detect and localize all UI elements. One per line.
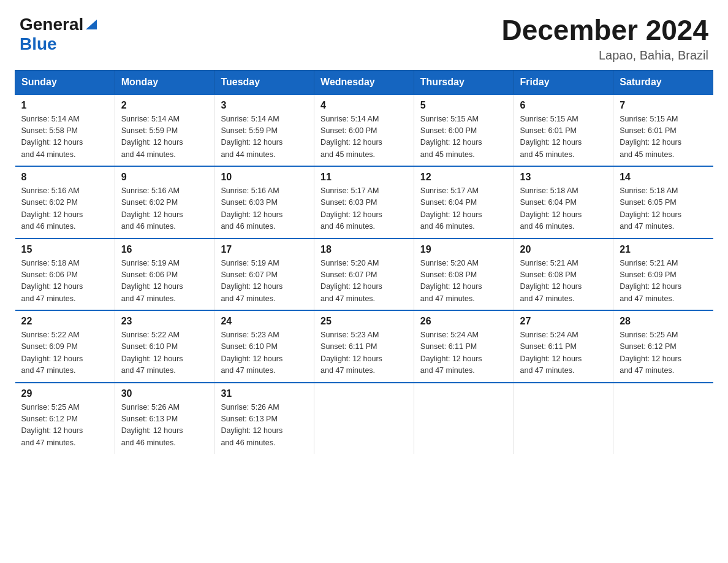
calendar-header-row: Sunday Monday Tuesday Wednesday Thursday… [15,70,713,94]
day-info: Sunrise: 5:21 AM Sunset: 6:09 PM Dayligh… [620,258,707,305]
header-friday: Friday [514,70,613,94]
day-info: Sunrise: 5:17 AM Sunset: 6:04 PM Dayligh… [420,185,507,233]
day-info: Sunrise: 5:25 AM Sunset: 6:12 PM Dayligh… [21,402,108,450]
logo-blue-text: Blue [20,34,57,53]
day-number: 7 [620,100,707,111]
day-number: 28 [620,316,707,327]
day-info: Sunrise: 5:18 AM Sunset: 6:04 PM Dayligh… [520,185,607,233]
day-number: 20 [520,244,607,255]
day-info: Sunrise: 5:24 AM Sunset: 6:11 PM Dayligh… [520,329,607,377]
day-info: Sunrise: 5:25 AM Sunset: 6:12 PM Dayligh… [620,329,707,377]
day-number: 26 [420,316,507,327]
day-info: Sunrise: 5:18 AM Sunset: 6:06 PM Dayligh… [21,258,108,305]
calendar-day-cell: 11 Sunrise: 5:17 AM Sunset: 6:03 PM Dayl… [314,166,414,239]
calendar-day-cell: 30 Sunrise: 5:26 AM Sunset: 6:13 PM Dayl… [115,383,214,454]
calendar-container: Sunday Monday Tuesday Wednesday Thursday… [0,70,728,469]
calendar-day-cell: 10 Sunrise: 5:16 AM Sunset: 6:03 PM Dayl… [214,166,314,239]
day-number: 22 [21,316,108,327]
day-number: 24 [221,316,308,327]
day-info: Sunrise: 5:21 AM Sunset: 6:08 PM Dayligh… [520,258,607,305]
day-number: 15 [21,244,108,255]
day-info: Sunrise: 5:20 AM Sunset: 6:08 PM Dayligh… [420,258,507,305]
calendar-day-cell: 16 Sunrise: 5:19 AM Sunset: 6:06 PM Dayl… [115,239,214,311]
day-info: Sunrise: 5:22 AM Sunset: 6:09 PM Dayligh… [21,329,108,377]
calendar-day-cell: 9 Sunrise: 5:16 AM Sunset: 6:02 PM Dayli… [115,166,214,239]
day-info: Sunrise: 5:23 AM Sunset: 6:11 PM Dayligh… [320,329,408,377]
calendar-day-cell: 25 Sunrise: 5:23 AM Sunset: 6:11 PM Dayl… [314,310,414,383]
day-number: 25 [320,316,408,327]
calendar-day-cell: 5 Sunrise: 5:15 AM Sunset: 6:00 PM Dayli… [414,94,514,167]
calendar-day-cell: 23 Sunrise: 5:22 AM Sunset: 6:10 PM Dayl… [115,310,214,383]
calendar-week-row: 22 Sunrise: 5:22 AM Sunset: 6:09 PM Dayl… [15,310,713,383]
calendar-week-row: 15 Sunrise: 5:18 AM Sunset: 6:06 PM Dayl… [15,239,713,311]
day-number: 1 [21,100,108,111]
calendar-day-cell: 28 Sunrise: 5:25 AM Sunset: 6:12 PM Dayl… [613,310,713,383]
calendar-day-cell [314,383,414,454]
day-number: 10 [221,172,308,183]
day-info: Sunrise: 5:26 AM Sunset: 6:13 PM Dayligh… [121,402,208,450]
day-info: Sunrise: 5:23 AM Sunset: 6:10 PM Dayligh… [221,329,308,377]
calendar-day-cell: 26 Sunrise: 5:24 AM Sunset: 6:11 PM Dayl… [414,310,514,383]
calendar-day-cell: 18 Sunrise: 5:20 AM Sunset: 6:07 PM Dayl… [314,239,414,311]
day-number: 13 [520,172,607,183]
calendar-day-cell: 21 Sunrise: 5:21 AM Sunset: 6:09 PM Dayl… [613,239,713,311]
logo-general-text: General [20,15,83,34]
header-tuesday: Tuesday [214,70,314,94]
day-number: 6 [520,100,607,111]
calendar-week-row: 8 Sunrise: 5:16 AM Sunset: 6:02 PM Dayli… [15,166,713,239]
day-info: Sunrise: 5:15 AM Sunset: 6:01 PM Dayligh… [620,113,707,161]
day-info: Sunrise: 5:16 AM Sunset: 6:03 PM Dayligh… [221,185,308,233]
logo-triangle-icon [86,16,97,32]
calendar-week-row: 29 Sunrise: 5:25 AM Sunset: 6:12 PM Dayl… [15,383,713,454]
day-number: 23 [121,316,208,327]
day-number: 27 [520,316,607,327]
day-info: Sunrise: 5:18 AM Sunset: 6:05 PM Dayligh… [620,185,707,233]
header-monday: Monday [115,70,214,94]
calendar-day-cell: 19 Sunrise: 5:20 AM Sunset: 6:08 PM Dayl… [414,239,514,311]
svg-marker-0 [86,20,97,29]
calendar-day-cell: 22 Sunrise: 5:22 AM Sunset: 6:09 PM Dayl… [15,310,115,383]
day-number: 5 [420,100,507,111]
day-number: 18 [320,244,408,255]
day-number: 4 [320,100,408,111]
header-saturday: Saturday [613,70,713,94]
day-number: 3 [221,100,308,111]
day-info: Sunrise: 5:20 AM Sunset: 6:07 PM Dayligh… [320,258,408,305]
calendar-day-cell: 8 Sunrise: 5:16 AM Sunset: 6:02 PM Dayli… [15,166,115,239]
calendar-day-cell: 2 Sunrise: 5:14 AM Sunset: 5:59 PM Dayli… [115,94,214,167]
day-number: 29 [21,388,108,399]
calendar-day-cell: 4 Sunrise: 5:14 AM Sunset: 6:00 PM Dayli… [314,94,414,167]
day-info: Sunrise: 5:26 AM Sunset: 6:13 PM Dayligh… [221,402,308,450]
calendar-day-cell: 3 Sunrise: 5:14 AM Sunset: 5:59 PM Dayli… [214,94,314,167]
header-thursday: Thursday [414,70,514,94]
day-info: Sunrise: 5:14 AM Sunset: 6:00 PM Dayligh… [320,113,408,161]
calendar-day-cell [613,383,713,454]
calendar-day-cell [414,383,514,454]
day-info: Sunrise: 5:16 AM Sunset: 6:02 PM Dayligh… [121,185,208,233]
calendar-day-cell [514,383,613,454]
day-number: 16 [121,244,208,255]
page-header: General Blue December 2024 Lapao, Bahia,… [0,0,728,70]
calendar-day-cell: 31 Sunrise: 5:26 AM Sunset: 6:13 PM Dayl… [214,383,314,454]
day-number: 14 [620,172,707,183]
calendar-day-cell: 1 Sunrise: 5:14 AM Sunset: 5:58 PM Dayli… [15,94,115,167]
calendar-day-cell: 12 Sunrise: 5:17 AM Sunset: 6:04 PM Dayl… [414,166,514,239]
calendar-week-row: 1 Sunrise: 5:14 AM Sunset: 5:58 PM Dayli… [15,94,713,167]
calendar-day-cell: 27 Sunrise: 5:24 AM Sunset: 6:11 PM Dayl… [514,310,613,383]
calendar-day-cell: 7 Sunrise: 5:15 AM Sunset: 6:01 PM Dayli… [613,94,713,167]
day-info: Sunrise: 5:22 AM Sunset: 6:10 PM Dayligh… [121,329,208,377]
day-info: Sunrise: 5:24 AM Sunset: 6:11 PM Dayligh… [420,329,507,377]
day-info: Sunrise: 5:14 AM Sunset: 5:58 PM Dayligh… [21,113,108,161]
day-info: Sunrise: 5:19 AM Sunset: 6:07 PM Dayligh… [221,258,308,305]
day-number: 19 [420,244,507,255]
day-info: Sunrise: 5:17 AM Sunset: 6:03 PM Dayligh… [320,185,408,233]
day-info: Sunrise: 5:14 AM Sunset: 5:59 PM Dayligh… [121,113,208,161]
calendar-day-cell: 6 Sunrise: 5:15 AM Sunset: 6:01 PM Dayli… [514,94,613,167]
day-number: 11 [320,172,408,183]
day-number: 12 [420,172,507,183]
day-number: 31 [221,388,308,399]
calendar-day-cell: 14 Sunrise: 5:18 AM Sunset: 6:05 PM Dayl… [613,166,713,239]
header-wednesday: Wednesday [314,70,414,94]
day-info: Sunrise: 5:15 AM Sunset: 6:01 PM Dayligh… [520,113,607,161]
calendar-day-cell: 29 Sunrise: 5:25 AM Sunset: 6:12 PM Dayl… [15,383,115,454]
